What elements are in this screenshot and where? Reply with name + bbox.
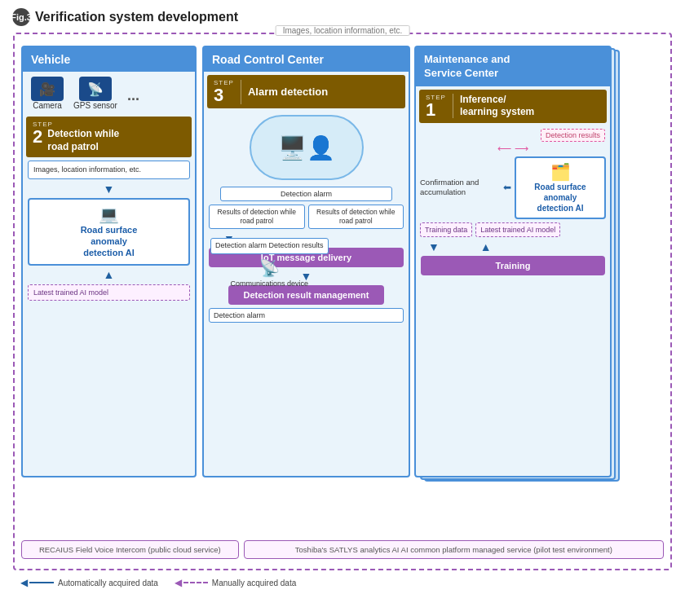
step3-banner: STEP 3 Alarm detection xyxy=(207,75,405,108)
camera-icon: 🎥 xyxy=(31,77,64,101)
device-icons-row: 🎥 Camera 📡 GPS sensor ··· xyxy=(23,72,195,113)
alarm-detection-illustration: 🖥️👤 xyxy=(250,115,364,180)
step1-tag: STEP xyxy=(426,94,446,101)
confirm-ai-row: Confirmation and accumulation ⬅ 🗂️ Road … xyxy=(420,156,606,219)
vehicle-ai-label: Road surface anomaly detection AI xyxy=(34,224,183,259)
vehicle-ai-box: 💻 Road surface anomaly detection AI xyxy=(28,198,190,266)
step2-banner: STEP 2 Detection while road patrol xyxy=(26,117,192,157)
bottom-service-boxes: RECAIUS Field Voice Intercom (public clo… xyxy=(21,540,664,559)
maint-ai-label: Road surface anomaly detection AI xyxy=(520,182,600,213)
results-row: Results of detection while road patrol R… xyxy=(209,205,404,229)
comm-device-area: Detection alarm Detection results 📡 Comm… xyxy=(210,238,329,288)
step2-tag: STEP xyxy=(33,121,185,128)
confirm-label: Confirmation and accumulation xyxy=(420,178,500,198)
arrow-up-1: ▲ xyxy=(23,268,195,281)
laptop-icon: 💻 xyxy=(34,205,183,224)
legend-solid-label: Automatically acquired data xyxy=(58,579,158,587)
step3-title: Alarm detection xyxy=(248,86,328,98)
arrow-dashed-pink: ⟵ ⟶ xyxy=(416,143,610,154)
images-info-box: Images, location information, etc. xyxy=(28,161,190,179)
recaius-box: RECAIUS Field Voice Intercom (public clo… xyxy=(21,540,239,559)
router-icon: 📡 xyxy=(259,258,280,278)
detection-alarm-results-box: Detection alarm Detection results xyxy=(210,238,329,254)
step3-tag: STEP xyxy=(214,79,234,86)
detection-result-mgmt: Detection result management xyxy=(228,285,384,305)
detection-results-box: Detection results xyxy=(541,129,605,142)
training-button: Training xyxy=(421,256,605,275)
road-header: Road Control Center xyxy=(204,47,409,72)
detection-alarm-box: Detection alarm xyxy=(220,187,392,201)
fig-badge: Fig.3 xyxy=(12,8,30,26)
training-row: Training data Latest trained AI model xyxy=(420,222,606,237)
results-box-2: Results of detection while road patrol xyxy=(308,205,404,229)
camera-device: 🎥 Camera xyxy=(31,77,64,110)
monitor-person-icon: 🖥️👤 xyxy=(278,134,335,161)
arrow-down-4: ▼ xyxy=(428,240,440,253)
results-box-1: Results of detection while road patrol xyxy=(209,205,305,229)
page-title: Verification system development xyxy=(35,10,238,24)
training-data-box: Training data xyxy=(420,222,472,237)
arrow-left-solid: ⬅ xyxy=(503,182,511,193)
maintenance-column: Maintenance and Service Center STEP 1 In… xyxy=(414,46,612,477)
step1-title: Inference/ learning system xyxy=(460,94,534,119)
maint-ai-box: 🗂️ Road surface anomaly detection AI xyxy=(515,156,606,219)
vehicle-latest-ai-box: Latest trained AI model xyxy=(28,284,190,301)
step2-title: Detection while road patrol xyxy=(47,128,119,153)
detection-alarm-2-box: Detection alarm xyxy=(209,308,404,323)
gps-device: 📡 GPS sensor xyxy=(73,77,117,110)
legend-dashed-label: Manually acquired data xyxy=(212,579,296,587)
step1-banner: STEP 1 Inference/ learning system xyxy=(419,90,607,123)
legend: ◀ Automatically acquired data ◀ Manually… xyxy=(20,577,673,588)
more-devices-dots: ··· xyxy=(127,91,139,110)
step3-number: 3 xyxy=(214,85,223,105)
gps-icon: 📡 xyxy=(79,77,112,101)
gps-label: GPS sensor xyxy=(73,101,117,110)
step2-number: 2 xyxy=(33,128,42,146)
toshiba-box: Toshiba's SATLYS analytics AI AI common … xyxy=(244,540,664,559)
step1-number: 1 xyxy=(426,99,435,120)
arrows-row: ▼ ▲ xyxy=(416,240,610,253)
top-label: Images, location information, etc. xyxy=(276,25,410,36)
vehicle-header: Vehicle xyxy=(23,47,195,72)
legend-solid: ◀ Automatically acquired data xyxy=(20,577,158,588)
detection-results-row: Detection results xyxy=(416,126,610,141)
legend-dashed: ◀ Manually acquired data xyxy=(175,577,296,588)
title-row: Fig.3 Verification system development xyxy=(12,8,673,26)
page: Fig.3 Verification system development Im… xyxy=(0,0,685,616)
comm-label: Communications device xyxy=(231,279,309,288)
latest-ai-model-box: Latest trained AI model xyxy=(475,222,560,237)
arrow-down-1: ▼ xyxy=(23,183,195,196)
camera-label: Camera xyxy=(33,101,62,110)
vehicle-column: Vehicle 🎥 Camera 📡 GPS sensor ··· STEP 2 xyxy=(21,46,197,477)
maint-ai-icon: 🗂️ xyxy=(520,162,600,182)
arrow-up-2: ▲ xyxy=(480,240,492,253)
maintenance-header: Maintenance and Service Center xyxy=(416,47,610,86)
